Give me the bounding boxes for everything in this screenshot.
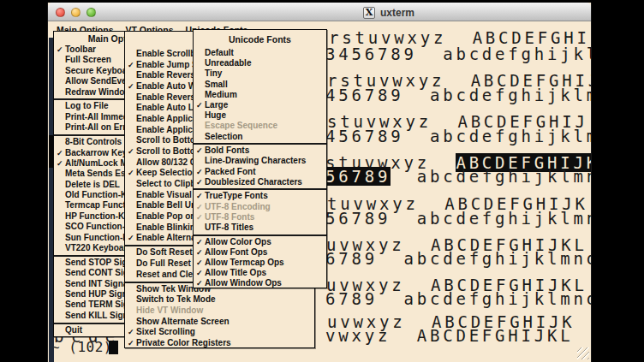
checkmark-icon: ✓ [196,268,205,278]
menu-item-huge[interactable]: Huge [194,110,326,121]
checkmark-gutter [196,156,205,166]
menu-item-label: Bold Fonts [205,145,249,156]
terminal-text-line: 456789 abcdefghijklm [325,87,591,104]
terminal-text: 6789 abcdefghijklmno [325,289,591,308]
checkmark-icon: ✓ [196,177,205,187]
menu-item-label: Large [205,100,228,110]
menu-item-sixel-scrolling[interactable]: ✓Sixel Scrolling [125,327,314,338]
menu-item-utf-8-encoding: ✓UTF-8 Encoding [194,202,326,212]
checkmark-icon: ✓ [196,100,205,110]
menu-separator [194,233,326,237]
checkmark-gutter [57,222,65,232]
menu-item-show-alternate-screen[interactable]: Show Alternate Screen [125,317,314,328]
menu-item-label: Escape Sequence [205,121,277,131]
checkmark-gutter [128,70,136,81]
menu-item-allow-title-ops[interactable]: ✓Allow Title Ops [194,268,326,278]
menu-item-allow-termcap-ops[interactable]: ✓Allow Termcap Ops [194,258,326,268]
menu-item-label: Switch to Tek Mode [136,294,216,306]
menu-item-line-drawing-characters[interactable]: Line-Drawing Characters [194,156,326,166]
menu-item-allow-font-ops[interactable]: ✓Allow Font Ops [194,247,326,258]
terminal-text: 56789 abcdefghijklmn [325,209,591,228]
menu-item-label: Packed Font [205,167,255,177]
menu-item-label: Small [205,80,228,90]
menu-item-allow-color-ops[interactable]: ✓Allow Color Ops [194,237,326,247]
terminal-text-line: 3456789 abcdefghijkl [325,46,591,62]
menu-item-allow-window-ops[interactable]: ✓Allow Window Ops [194,278,326,288]
menu-item-label: Full Screen [65,55,111,65]
menu-item-label: Line-Drawing Characters [205,156,306,166]
minimize-button[interactable] [71,8,80,17]
checkmark-gutter [196,48,205,58]
checkmark-gutter [57,76,65,86]
checkmark-icon: ✓ [128,338,136,348]
menu-item-label: UTF-8 Fonts [205,212,254,223]
menu-item-label: 8-Bit Controls [65,137,122,147]
terminal-text-line: 56789 abcdefghijklmn [325,211,591,227]
checkmark-icon: ✓ [128,233,136,244]
menu-item-truetype-fonts[interactable]: ✓TrueType Fonts [194,191,326,201]
menu-item-doublesized-characters[interactable]: ✓Doublesized Characters [194,177,326,187]
menu-item-label: Medium [205,90,237,100]
resize-grip-icon[interactable] [577,347,589,359]
terminal-text-line: 6789 abcdefghijklmno [325,251,591,267]
checkmark-icon: ✓ [196,278,205,288]
checkmark-gutter [128,294,136,306]
checkmark-gutter [128,125,136,136]
menu-item-private-color-registers[interactable]: ✓Private Color Registers [125,338,314,348]
close-button[interactable] [56,8,65,17]
checkmark-gutter [128,284,136,295]
menu-item-selection[interactable]: Selection [194,132,326,142]
menu-item-medium[interactable]: Medium [194,90,326,100]
menu-item-default[interactable]: Default [194,48,326,58]
terminal-text-line: 456789 abcdefghijklm [325,128,591,145]
checkmark-gutter [128,190,136,201]
menu-item-label: UTF-8 Titles [205,223,253,233]
x11-logo-icon: X [363,7,375,19]
menu-item-label: Huge [205,110,226,121]
terminal-text: 6789 abcdefghijklmno [325,249,591,268]
checkmark-gutter [57,112,65,122]
traffic-lights [56,8,96,17]
menu-item-unreadable[interactable]: Unreadable [194,58,326,68]
menu-item-label: TrueType Fonts [205,191,268,201]
menu-item-label: Doublesized Characters [205,177,302,187]
menu-separator [194,142,326,146]
zoom-button[interactable] [86,8,96,17]
menu-item-small[interactable]: Small [194,80,326,90]
menu-item-escape-sequence: Escape Sequence [194,121,326,131]
menu-item-label: Show Alternate Screen [136,317,230,328]
menu-separator [194,187,326,192]
checkmark-icon: ✓ [196,247,205,258]
menu-item-label: UTF-8 Encoding [205,202,271,212]
checkmark-gutter [57,325,65,335]
menu-item-label: Allow Title Ops [205,268,266,278]
titlebar[interactable]: X uxterm [48,3,591,21]
menu-item-tiny[interactable]: Tiny [194,68,326,79]
menu-item-label: Hide VT Window [136,306,203,317]
menu-item-utf-8-titles[interactable]: UTF-8 Titles [194,223,326,233]
menu-item-label: Allow Color Ops [205,237,271,247]
terminal-text: vwxyz ABCDEFGHIJKL [325,326,574,345]
terminal-text: abcdefghijklmn [391,167,591,186]
menu-item-utf-8-fonts: ✓UTF-8 Fonts [194,212,326,223]
checkmark-gutter [57,87,65,98]
checkmark-gutter [57,258,65,268]
checkmark-gutter [128,306,136,317]
menu-item-large[interactable]: ✓Large [194,100,326,110]
checkmark-gutter [196,58,205,68]
checkmark-gutter [128,247,136,258]
menu-item-switch-to-tek-mode[interactable]: Switch to Tek Mode [125,294,314,306]
checkmark-gutter [196,223,205,233]
checkmark-gutter [57,122,65,133]
checkmark-gutter [57,300,65,310]
menu-item-label: Do Soft Reset [136,247,193,258]
checkmark-gutter [196,90,205,100]
terminal-cursor [109,341,118,354]
checkmark-gutter [57,279,65,289]
menu-item-label: Tiny [205,68,222,79]
menu-item-packed-font[interactable]: ✓Packed Font [194,167,326,177]
checkmark-icon: ✓ [128,146,136,157]
menu-item-label: Allow Window Ops [205,278,282,288]
menu-item-bold-fonts[interactable]: ✓Bold Fonts [194,145,326,156]
checkmark-icon: ✓ [57,148,65,158]
